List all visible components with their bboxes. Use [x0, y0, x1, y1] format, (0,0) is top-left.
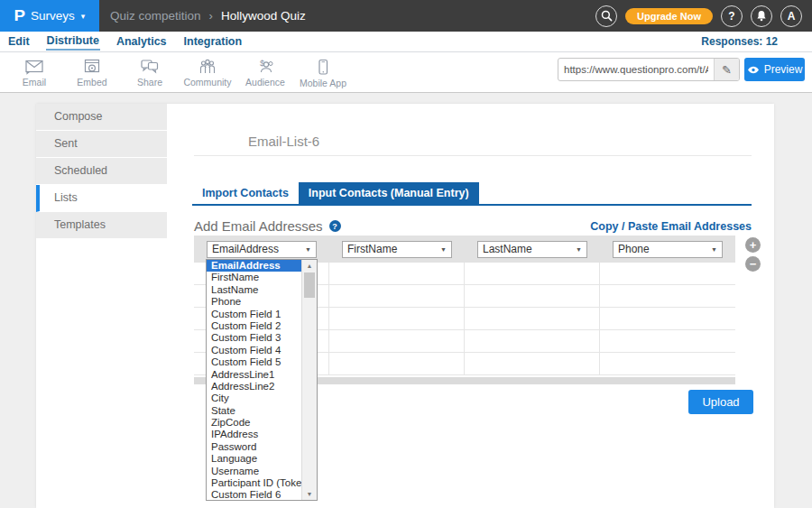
dropdown-option-city[interactable]: City [207, 393, 301, 404]
table-cell[interactable] [600, 353, 735, 374]
scroll-up-icon[interactable]: ▲ [302, 260, 317, 272]
field-dropdown-list: EmailAddress FirstName LastName Phone Cu… [206, 259, 318, 501]
tab-import-contacts[interactable]: Import Contacts [192, 182, 299, 204]
remove-row-button[interactable]: − [745, 256, 761, 272]
mobile-app-icon [317, 59, 329, 76]
table-cell[interactable] [600, 308, 735, 329]
column-3: LastName ▼ [465, 236, 600, 263]
add-row-button[interactable]: + [745, 237, 761, 253]
bell-icon [756, 10, 767, 22]
breadcrumb-folder[interactable]: Quiz competition [110, 9, 201, 23]
search-button[interactable] [595, 5, 617, 27]
search-icon [601, 10, 613, 22]
account-avatar[interactable]: A [780, 5, 802, 27]
community-icon [198, 59, 217, 75]
minus-icon: − [750, 257, 757, 271]
dropdown-option-custom-field-6[interactable]: Custom Field 6 [207, 489, 301, 500]
table-cell[interactable] [465, 285, 600, 307]
preview-button[interactable]: Preview [744, 58, 805, 81]
field-dropdown-options: EmailAddress FirstName LastName Phone Cu… [207, 260, 301, 500]
sidebar-item-lists[interactable]: Lists [36, 185, 167, 212]
sidebar-item-scheduled[interactable]: Scheduled [36, 158, 167, 185]
dropdown-option-addressline2[interactable]: AddressLine2 [207, 381, 301, 393]
dropdown-option-emailaddress[interactable]: EmailAddress [207, 260, 301, 272]
dropdown-option-custom-field-1[interactable]: Custom Field 1 [207, 309, 301, 320]
surveys-product-menu[interactable]: P Surveys ▾ [0, 0, 99, 32]
email-sidebar: Compose Sent Scheduled Lists Templates [36, 104, 167, 239]
dropdown-option-username[interactable]: Username [207, 466, 301, 477]
breadcrumb-separator-icon: › [209, 9, 213, 23]
toolbar-embed[interactable]: Embed [63, 57, 121, 88]
title-divider [194, 155, 752, 156]
dropdown-option-participant-id[interactable]: Participant ID (Tokens) [207, 477, 301, 489]
sidebar-item-compose[interactable]: Compose [36, 104, 167, 131]
toolbar-email[interactable]: Email [5, 57, 63, 88]
table-cell[interactable] [600, 263, 735, 284]
toolbar-audience[interactable]: $ Audience [236, 57, 294, 88]
sidebar-item-sent[interactable]: Sent [36, 131, 167, 158]
help-icon[interactable]: ? [329, 220, 341, 232]
topbar: P Surveys ▾ Quiz competition › Hollywood… [0, 0, 812, 32]
column-select-firstname[interactable]: FirstName ▼ [342, 241, 452, 258]
responses-count[interactable]: Responses: 12 [701, 35, 778, 48]
upgrade-now-button[interactable]: Upgrade Now [625, 8, 713, 24]
dropdown-option-state[interactable]: State [207, 405, 301, 417]
scrollbar-thumb[interactable] [304, 272, 315, 298]
dropdown-option-language[interactable]: Language [207, 453, 301, 465]
dropdown-option-custom-field-2[interactable]: Custom Field 2 [207, 320, 301, 332]
dropdown-scrollbar[interactable]: ▲ ▼ [301, 260, 317, 500]
chevron-down-icon: ▾ [81, 12, 86, 21]
help-button[interactable]: ? [721, 5, 743, 27]
avatar-letter: A [788, 10, 796, 23]
toolbar-community[interactable]: Community [179, 57, 236, 88]
table-cell[interactable] [600, 285, 735, 307]
breadcrumb-survey-name: Hollywood Quiz [221, 9, 306, 23]
dropdown-option-custom-field-3[interactable]: Custom Field 3 [207, 332, 301, 344]
dropdown-option-ipaddress[interactable]: IPAddress [207, 429, 301, 440]
table-cell[interactable] [329, 330, 465, 352]
scroll-down-icon[interactable]: ▼ [302, 488, 317, 500]
toolbar-mobile-app[interactable]: Mobile App [294, 57, 352, 88]
select-arrow-icon: ▼ [711, 246, 717, 253]
copy-paste-email-link[interactable]: Copy / Paste Email Addresses [590, 220, 752, 233]
plus-icon: + [750, 238, 757, 252]
dropdown-option-firstname[interactable]: FirstName [207, 272, 301, 283]
survey-url-field: ✎ [558, 58, 740, 81]
nav-analytics[interactable]: Analytics [115, 33, 168, 50]
table-cell[interactable] [600, 330, 735, 352]
table-cell[interactable] [465, 308, 600, 329]
table-cell[interactable] [465, 330, 600, 352]
nav-integration[interactable]: Integration [183, 33, 244, 50]
tab-input-contacts-manual[interactable]: Input Contacts (Manual Entry) [299, 182, 479, 204]
toolbar-share[interactable]: Share [121, 57, 179, 88]
column-select-lastname[interactable]: LastName ▼ [477, 241, 587, 258]
column-select-emailaddress[interactable]: EmailAddress ▼ [207, 241, 317, 258]
survey-url-input[interactable] [558, 64, 714, 75]
dropdown-option-addressline1[interactable]: AddressLine1 [207, 369, 301, 381]
nav-distribute[interactable]: Distribute [46, 32, 100, 51]
lists-panel: Compose Sent Scheduled Lists Templates E… [36, 104, 774, 508]
upload-button[interactable]: Upload [688, 390, 753, 414]
nav-edit[interactable]: Edit [7, 33, 31, 50]
table-cell[interactable] [329, 353, 465, 374]
sidebar-item-templates[interactable]: Templates [36, 212, 167, 239]
select-arrow-icon: ▼ [305, 246, 311, 253]
edit-url-button[interactable]: ✎ [714, 58, 739, 81]
section-header: Add Email Addresses ? Copy / Paste Email… [194, 218, 752, 234]
notifications-button[interactable] [751, 5, 772, 27]
dropdown-option-custom-field-4[interactable]: Custom Field 4 [207, 345, 301, 356]
email-icon [24, 59, 44, 75]
column-select-phone[interactable]: Phone ▼ [613, 241, 723, 258]
table-cell[interactable] [329, 308, 465, 329]
table-cell[interactable] [465, 353, 600, 374]
dropdown-option-phone[interactable]: Phone [207, 296, 301, 308]
eye-icon [747, 66, 760, 74]
table-cell[interactable] [465, 263, 600, 284]
question-mark-icon: ? [728, 10, 734, 23]
dropdown-option-zipcode[interactable]: ZipCode [207, 417, 301, 429]
dropdown-option-lastname[interactable]: LastName [207, 284, 301, 296]
table-cell[interactable] [329, 263, 465, 284]
dropdown-option-custom-field-5[interactable]: Custom Field 5 [207, 356, 301, 368]
table-cell[interactable] [329, 285, 465, 307]
dropdown-option-password[interactable]: Password [207, 441, 301, 453]
